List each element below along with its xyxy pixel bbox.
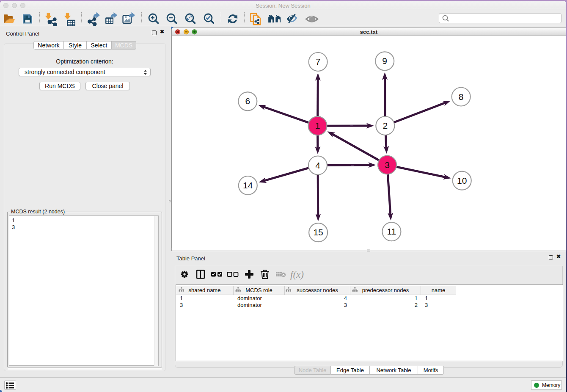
svg-text:14: 14 [243,180,253,190]
svg-text:1: 1 [315,121,320,130]
svg-text:8: 8 [459,92,464,102]
svg-text:7: 7 [316,57,321,66]
svg-text:15: 15 [313,227,323,237]
svg-text:11: 11 [387,226,396,236]
svg-text:6: 6 [245,96,250,106]
svg-text:2: 2 [383,121,388,130]
svg-text:4: 4 [315,160,320,170]
svg-text:9: 9 [382,56,387,66]
svg-text:f(x): f(x) [290,269,304,280]
svg-text:3: 3 [385,160,390,170]
svg-text:10: 10 [457,176,467,185]
